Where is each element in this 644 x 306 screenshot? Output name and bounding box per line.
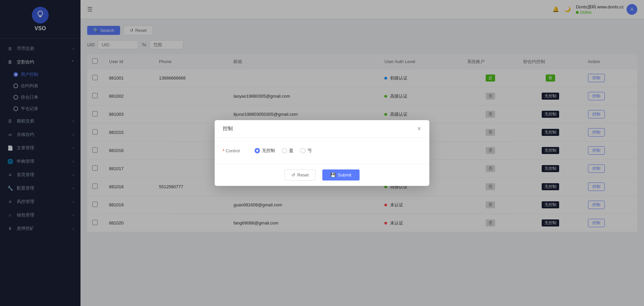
radio-label-no-control: 无控制 xyxy=(262,148,275,154)
reset-icon: ↺ xyxy=(291,172,295,177)
submit-icon: 💾 xyxy=(330,172,336,177)
radio-circle-short xyxy=(300,148,306,153)
radio-label-short: 亏 xyxy=(308,148,312,154)
modal-body: * Control 无控制 盈 亏 xyxy=(215,138,429,164)
modal-footer: ↺ Reset 💾 Submit xyxy=(215,164,429,186)
modal-header: 控制 ✕ xyxy=(215,120,429,138)
modal-overlay: 控制 ✕ * Control 无控制 盈 xyxy=(0,0,644,306)
form-row-control: * Control 无控制 盈 亏 xyxy=(223,148,421,154)
required-marker: * xyxy=(223,148,224,153)
modal-reset-button[interactable]: ↺ Reset xyxy=(284,169,316,181)
radio-long[interactable]: 盈 xyxy=(282,148,293,154)
control-form-label: * Control xyxy=(223,148,250,153)
radio-circle-long xyxy=(282,148,287,153)
modal-close-button[interactable]: ✕ xyxy=(417,125,421,132)
radio-short[interactable]: 亏 xyxy=(300,148,312,154)
control-modal: 控制 ✕ * Control 无控制 盈 xyxy=(215,120,429,186)
radio-circle-selected xyxy=(255,148,260,153)
radio-group-control: 无控制 盈 亏 xyxy=(255,148,312,154)
radio-label-long: 盈 xyxy=(289,148,293,154)
modal-submit-button[interactable]: 💾 Submit xyxy=(322,169,359,181)
radio-no-control[interactable]: 无控制 xyxy=(255,148,275,154)
modal-title: 控制 xyxy=(223,125,233,132)
